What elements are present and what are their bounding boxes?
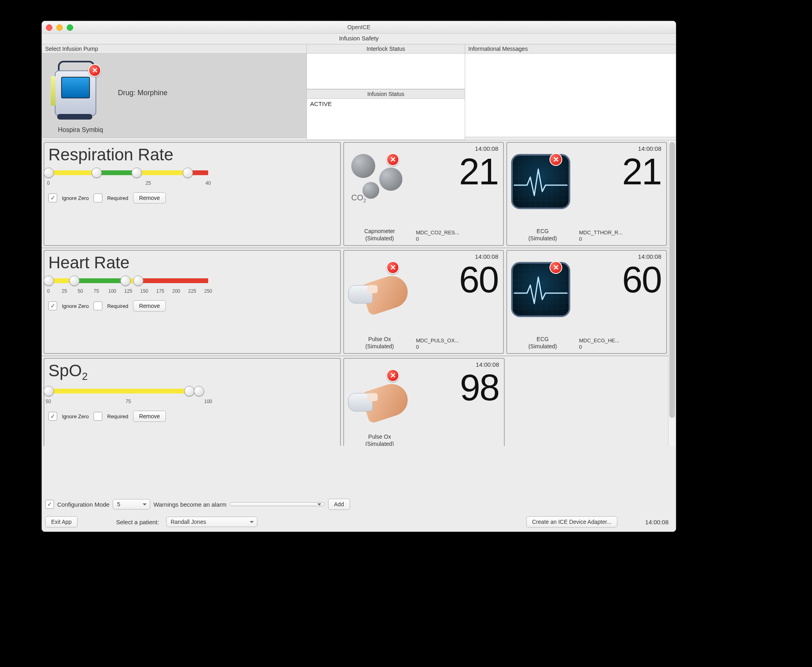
- device-error-icon: ✕: [386, 153, 399, 166]
- scale-tick: 0: [47, 288, 50, 294]
- required-label: Required: [107, 413, 128, 419]
- range-knob[interactable]: [133, 276, 143, 286]
- create-adapter-button[interactable]: Create an ICE Device Adapter...: [526, 516, 617, 527]
- vital-row: Heart Rate 0255075100125150175200225250 …: [42, 248, 669, 356]
- readings: ✕ 14:00:08 98 Pulse Ox (Simulated): [343, 358, 667, 446]
- remove-button[interactable]: Remove: [133, 411, 166, 422]
- range-knob[interactable]: [131, 168, 142, 178]
- scale-tick: 150: [140, 288, 148, 294]
- device-error-icon: ✕: [549, 261, 562, 274]
- range-knob[interactable]: [69, 276, 80, 286]
- scale-tick: 200: [172, 288, 180, 294]
- vital-config: Respiration Rate 02540 ✓ Ignore Zero Req…: [44, 142, 341, 246]
- scale-tick: 50: [46, 399, 51, 404]
- interlock-header: Interlock Status: [307, 44, 465, 54]
- remove-button[interactable]: Remove: [133, 300, 166, 312]
- readings: ✕ 14:00:08 60 Pulse Ox (Simulated) MDC_P…: [343, 250, 667, 354]
- remove-button[interactable]: Remove: [133, 192, 166, 204]
- range-knob[interactable]: [44, 276, 54, 286]
- footer: Exit App Select a patient: Randall Jones…: [45, 516, 669, 527]
- reading-value: 98: [460, 367, 499, 409]
- pump-device-icon: ✕: [51, 58, 99, 120]
- required-label: Required: [107, 195, 128, 201]
- vitals-list: Respiration Rate 02540 ✓ Ignore Zero Req…: [42, 140, 669, 446]
- close-window-icon[interactable]: [46, 24, 52, 31]
- reading-card[interactable]: ✕ 14:00:08 21 CO2 Capnometer (Simulated)…: [343, 142, 504, 246]
- range-knob[interactable]: [44, 386, 54, 396]
- device-name: Pulse Ox (Simulated): [350, 336, 410, 350]
- scale-tick: 50: [78, 288, 83, 294]
- alarm-target-select[interactable]: [230, 502, 325, 506]
- infusion-status-box[interactable]: ACTIVE: [307, 99, 465, 140]
- ignore-zero-checkbox[interactable]: ✓: [48, 194, 57, 202]
- footer-clock: 14:00:08: [625, 519, 669, 525]
- minimize-window-icon[interactable]: [56, 24, 63, 31]
- metric-sub: 0: [416, 344, 419, 350]
- config-mode-label: Configuration Mode: [57, 501, 109, 508]
- scale-tick: 40: [205, 180, 211, 186]
- vitals-scrollbar[interactable]: [668, 140, 676, 446]
- vital-row: Respiration Rate 02540 ✓ Ignore Zero Req…: [42, 140, 669, 248]
- range-scale[interactable]: [48, 274, 208, 288]
- info-messages-box: [465, 54, 676, 137]
- exit-app-button[interactable]: Exit App: [45, 516, 78, 527]
- pump-header: Select Infusion Pump: [42, 44, 306, 54]
- infusion-status-value: ACTIVE: [310, 100, 332, 107]
- device-error-icon: ✕: [386, 369, 399, 382]
- pulse-ox-icon: [348, 262, 408, 314]
- range-knob[interactable]: [184, 386, 195, 396]
- required-checkbox[interactable]: [94, 302, 102, 310]
- metric-sub: 0: [579, 344, 582, 350]
- add-button[interactable]: Add: [328, 499, 350, 510]
- pump-drug-label: Drug: Morphine: [118, 89, 167, 97]
- zoom-window-icon[interactable]: [67, 24, 73, 31]
- scale-tick: 175: [156, 288, 164, 294]
- pump-error-icon: ✕: [88, 64, 101, 77]
- range-scale[interactable]: [48, 384, 208, 398]
- warning-count-select[interactable]: 5: [113, 499, 150, 509]
- config-mode-checkbox[interactable]: ✓: [45, 500, 54, 509]
- device-name: ECG (Simulated): [513, 336, 573, 350]
- info-header: Informational Messages: [465, 44, 676, 54]
- co2-icon: CO2: [348, 154, 408, 206]
- pulse-ox-icon: [348, 370, 408, 422]
- vital-title: SpO2: [48, 361, 336, 383]
- device-name: ECG (Simulated): [513, 228, 573, 242]
- range-knob[interactable]: [92, 168, 102, 178]
- metric-code: MDC_PULS_OX...: [416, 337, 459, 343]
- scale-tick: 125: [124, 288, 132, 294]
- top-panels: Select Infusion Pump ✕ Drug: Morphine Ho…: [42, 44, 676, 140]
- warnings-text: Warnings become an alarm: [153, 501, 227, 508]
- reading-value: 21: [622, 151, 661, 193]
- scale-tick: 0: [47, 180, 50, 186]
- scale-tick: 100: [204, 399, 212, 404]
- patient-select[interactable]: Randall Jones: [166, 517, 257, 527]
- range-knob[interactable]: [194, 386, 204, 396]
- interlock-status-box: [307, 54, 465, 89]
- reading-card[interactable]: ✕ 14:00:08 98 Pulse Ox (Simulated): [343, 358, 505, 446]
- metric-code: MDC_ECG_HE...: [579, 337, 619, 343]
- reading-card[interactable]: ✕ 14:00:08 60 Pulse Ox (Simulated) MDC_P…: [343, 250, 504, 354]
- ignore-zero-checkbox[interactable]: ✓: [48, 302, 57, 310]
- required-checkbox[interactable]: [94, 194, 102, 202]
- titlebar: OpenICE: [42, 21, 676, 34]
- window-title: OpenICE: [42, 24, 676, 30]
- reading-card[interactable]: ✕ 14:00:08 21 ECG (Simulated) MDC_TTHOR_…: [506, 142, 667, 246]
- reading-value: 60: [459, 259, 498, 301]
- device-name: Pulse Ox (Simulated): [350, 433, 410, 446]
- range-scale[interactable]: [48, 166, 208, 180]
- metric-sub: 0: [579, 236, 582, 242]
- vital-config: SpO2 5075100 ✓ Ignore Zero Required Remo…: [44, 358, 341, 446]
- ignore-zero-checkbox[interactable]: ✓: [48, 412, 57, 421]
- range-knob[interactable]: [44, 168, 54, 178]
- device-name: Capnometer (Simulated): [350, 228, 410, 242]
- range-knob[interactable]: [183, 168, 193, 178]
- required-checkbox[interactable]: [94, 412, 102, 421]
- reading-card[interactable]: ✕ 14:00:08 60 ECG (Simulated) MDC_ECG_HE…: [506, 250, 667, 354]
- pump-selector[interactable]: ✕ Drug: Morphine Hospira Symbiq: [42, 54, 306, 138]
- device-error-icon: ✕: [386, 261, 399, 274]
- scale-tick: 25: [62, 288, 67, 294]
- vital-config: Heart Rate 0255075100125150175200225250 …: [44, 250, 341, 354]
- range-knob[interactable]: [120, 276, 131, 286]
- ignore-zero-label: Ignore Zero: [62, 195, 89, 201]
